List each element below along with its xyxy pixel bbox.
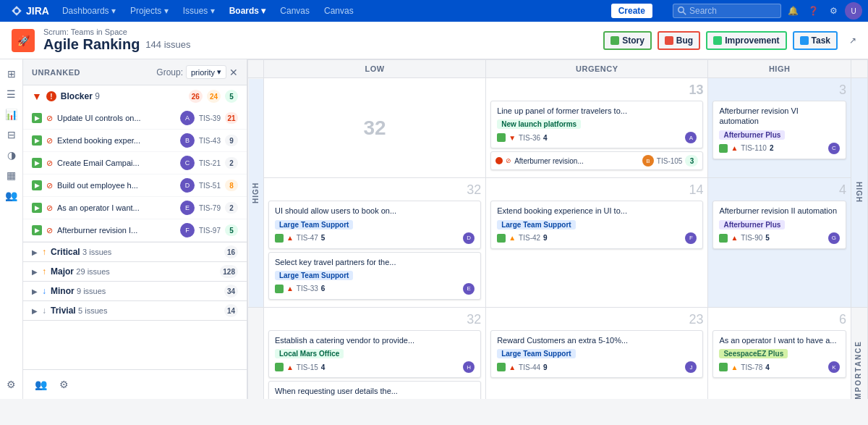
sidebar-title: UNRANKED xyxy=(32,68,80,77)
card-avatar: A xyxy=(685,132,697,143)
sidebar-settings-icon[interactable]: ⚙ xyxy=(55,376,72,393)
card-id: TIS-110 xyxy=(741,144,767,152)
toolbar-users[interactable]: 👥 xyxy=(3,187,20,204)
card-id: TIS-47 xyxy=(297,234,318,242)
toolbar-bar[interactable]: ▦ xyxy=(3,167,20,184)
app-logo[interactable]: JIRA xyxy=(6,4,54,17)
card-tag: Large Team Support xyxy=(275,220,354,230)
card[interactable]: UI should allow users to book on... Larg… xyxy=(268,201,481,248)
toolbar-settings[interactable]: ⚙ xyxy=(3,376,20,393)
left-toolbar: ⊞ ☰ 📊 ⊟ ◑ ▦ 👥 ⚙ xyxy=(0,59,23,399)
issue-id: TIS-97 xyxy=(199,227,221,235)
cell-r1-low: 32 xyxy=(263,78,485,178)
card[interactable]: ⊘ Afterburner revision... B TIS-105 3 xyxy=(490,151,703,170)
toolbar-home[interactable]: ⊞ xyxy=(3,65,20,83)
cell-number: 32 xyxy=(363,117,386,140)
cell-r3-high: 6 As an operator I want to have a... See… xyxy=(708,307,851,399)
nav-issues[interactable]: Issues ▾ xyxy=(177,0,221,22)
card-num: 4 xyxy=(543,134,548,142)
clear-filter-button[interactable]: ✕ xyxy=(229,67,238,78)
logo-text: JIRA xyxy=(26,5,49,17)
card[interactable]: When requesting user details the... Sees… xyxy=(268,381,481,399)
filter-story[interactable]: Story xyxy=(603,31,652,50)
card-id: TIS-90 xyxy=(741,234,762,242)
blocker-header[interactable]: ▼ ! Blocker 9 26 24 5 xyxy=(23,85,247,107)
sidebar-users-icon[interactable]: 👥 xyxy=(32,376,49,393)
critical-icon: ↑ xyxy=(42,247,46,257)
issue-item[interactable]: ▶ ⊘ Extend booking exper... B TIS-43 9 xyxy=(23,130,247,152)
issue-num: 5 xyxy=(225,224,238,236)
nav-boards[interactable]: Boards ▾ xyxy=(224,0,272,22)
card[interactable]: Line up panel of former travelers to... … xyxy=(490,101,703,148)
cell-number: 23 xyxy=(490,312,703,327)
card[interactable]: Reward Customers an extra 5-10%... Large… xyxy=(490,330,703,378)
export-icon[interactable]: ↗ xyxy=(849,35,856,46)
filter-improvement[interactable]: Improvement xyxy=(706,31,786,50)
nav-canvas-1[interactable]: Canvas xyxy=(274,0,315,22)
priority-icon: ▲ xyxy=(731,363,738,371)
filter-bug[interactable]: Bug xyxy=(658,31,700,50)
card[interactable]: Select key travel partners for the... La… xyxy=(268,252,481,300)
toolbar-list[interactable]: ☰ xyxy=(3,85,20,103)
critical-header[interactable]: ▶ ↑ Critical 3 issues 16 xyxy=(23,243,247,261)
card-tag: Local Mars Office xyxy=(275,349,344,358)
cell-number: 4 xyxy=(712,182,846,198)
filter-task[interactable]: Task xyxy=(793,31,838,50)
task-icon xyxy=(800,36,809,45)
card-title: Afterburner revision... xyxy=(514,157,639,165)
header-left: 🚀 Scrum: Teams in Space Agile Ranking 14… xyxy=(12,28,191,53)
card[interactable]: Establish a catering vendor to provide..… xyxy=(268,330,481,378)
issue-name: As an operator I want... xyxy=(57,203,176,212)
nav-projects[interactable]: Projects ▾ xyxy=(124,0,174,22)
col-header-urgency: URGENCY xyxy=(486,60,708,78)
card[interactable]: Afterburner revision II automation After… xyxy=(712,201,846,248)
priority-button[interactable]: priority ▾ xyxy=(186,65,226,79)
issue-num: 21 xyxy=(225,112,238,124)
card[interactable]: Extend booking experience in UI to... La… xyxy=(490,201,703,248)
card-title: Extend booking experience in UI to... xyxy=(497,206,697,216)
notifications-icon[interactable]: 🔔 xyxy=(784,2,801,20)
card-id: TIS-44 xyxy=(519,363,540,371)
priority-icon: ▲ xyxy=(731,144,738,152)
settings-icon[interactable]: ⚙ xyxy=(825,2,842,20)
nav-canvas-2[interactable]: Canvas xyxy=(318,0,359,22)
search-bar[interactable] xyxy=(673,4,781,18)
toolbar-chart[interactable]: 📊 xyxy=(3,106,20,123)
priority-icon: ▲ xyxy=(731,234,738,242)
issue-item[interactable]: ▶ ⊘ Update UI controls on... A TIS-39 21 xyxy=(23,107,247,130)
blocker-icon: ⊘ xyxy=(506,157,511,164)
card-title: When requesting user details the... xyxy=(275,386,475,396)
issue-id: TIS-21 xyxy=(199,159,221,167)
card-footer: ▲ TIS-78 4 K xyxy=(719,361,840,373)
cell-r3-low: 32 Establish a catering vendor to provid… xyxy=(263,307,485,399)
user-avatar[interactable]: U xyxy=(845,2,862,20)
card-id: TIS-105 xyxy=(657,157,683,165)
issue-item[interactable]: ▶ ⊘ Afterburner revision I... F TIS-97 5 xyxy=(23,219,247,242)
issue-avatar: C xyxy=(180,156,195,170)
major-header[interactable]: ▶ ↑ Major 29 issues 128 xyxy=(23,262,247,281)
minor-header[interactable]: ▶ ↓ Minor 9 issues 34 xyxy=(23,282,247,300)
cell-r2-low: 32 UI should allow users to book on... L… xyxy=(263,178,485,308)
toolbar-pie[interactable]: ◑ xyxy=(3,146,20,164)
story-type-icon: ▶ xyxy=(32,113,42,123)
nav-dashboards[interactable]: Dashboards ▾ xyxy=(56,0,122,22)
search-input[interactable] xyxy=(689,6,776,16)
card-avatar: H xyxy=(463,361,475,373)
row-high-right-label: HIGH xyxy=(851,78,867,308)
minor-label: Minor 9 issues xyxy=(51,286,220,296)
card-id: TIS-15 xyxy=(297,363,318,371)
trivial-header[interactable]: ▶ ↓ Trivial 5 issues 14 xyxy=(23,301,247,320)
toolbar-grid[interactable]: ⊟ xyxy=(3,126,20,143)
major-count: 128 xyxy=(220,265,238,278)
card[interactable]: As an operator I want to have a... Seesp… xyxy=(712,330,846,378)
card[interactable]: Afterburner revision VI automation After… xyxy=(712,101,846,159)
help-icon[interactable]: ❓ xyxy=(804,2,822,20)
page-title: Agile Ranking 144 issues xyxy=(43,36,191,53)
issue-item[interactable]: ▶ ⊘ Create Email Campai... C TIS-21 2 xyxy=(23,152,247,174)
issue-item[interactable]: ▶ ⊘ Build out employee h... D TIS-51 8 xyxy=(23,174,247,197)
issue-count: 144 issues xyxy=(145,39,190,50)
blocker-priority-icon: ⊘ xyxy=(46,226,53,235)
issue-item[interactable]: ▶ ⊘ As an operator I want... E TIS-79 2 xyxy=(23,197,247,219)
create-button[interactable]: Create xyxy=(611,4,652,18)
blocker-label: Blocker 9 xyxy=(61,91,184,101)
